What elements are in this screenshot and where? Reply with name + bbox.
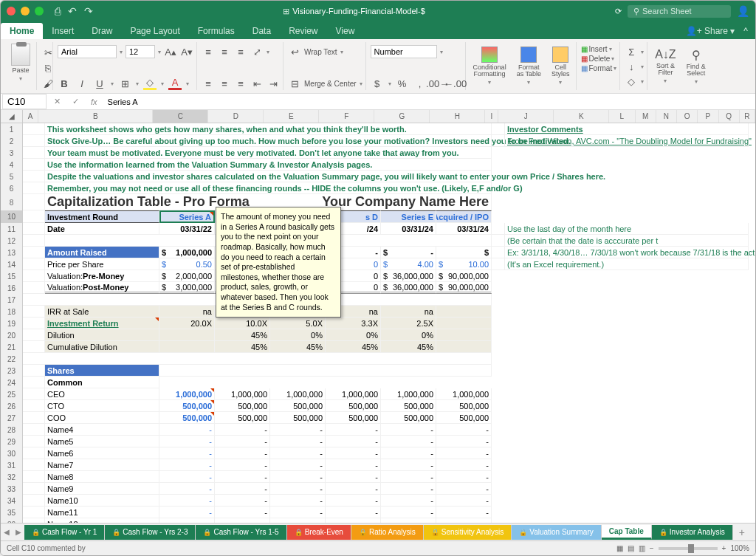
minimize-window[interactable] [21,7,30,16]
wrap-text-icon[interactable]: ↩ [288,45,301,58]
border-button[interactable]: ⊞ [118,77,131,90]
close-window[interactable] [7,7,16,16]
col-L[interactable]: L [609,110,635,123]
tab-data[interactable]: Data [244,23,280,39]
col-J[interactable]: J [498,110,554,123]
font-size[interactable] [126,45,155,58]
conditional-formatting[interactable]: Conditional Formatting▾ [470,45,509,87]
cancel-fx[interactable]: ✕ [48,97,66,106]
clear-icon[interactable]: ◇ [625,75,638,88]
col-F[interactable]: F [319,110,374,123]
copy-icon[interactable]: ⎘ [41,62,55,75]
align-bottom-icon[interactable]: ≡ [234,45,247,58]
name-box[interactable] [2,94,47,109]
tab-review[interactable]: Review [280,23,326,39]
decrease-indent-icon[interactable]: ⇤ [250,77,264,90]
fill-color-button[interactable]: ◇ [143,77,157,90]
col-D[interactable]: D [208,110,264,123]
number-format[interactable] [371,45,437,58]
cut-icon[interactable]: ✂ [41,47,55,59]
col-M[interactable]: M [636,110,656,123]
insert-cells[interactable]: ▦ Insert ▾ [581,45,617,53]
sheet-tab[interactable]: 🔒Cash Flow - Yr 1 [24,525,105,540]
decrease-decimal-icon[interactable]: ←.00 [449,77,462,90]
col-R[interactable]: R [740,110,755,123]
zoom-in[interactable]: + [722,544,726,552]
sheet-nav-first[interactable]: ◀ [1,528,13,536]
zoom-out[interactable]: − [650,544,654,552]
align-top-icon[interactable]: ≡ [202,45,215,58]
col-G[interactable]: G [374,110,430,123]
col-E[interactable]: E [264,110,319,123]
align-center-icon[interactable]: ≡ [218,77,231,90]
add-sheet[interactable]: + [733,526,751,538]
col-N[interactable]: N [656,110,677,123]
investment-return-link[interactable]: Investment Return [45,318,159,329]
tab-view[interactable]: View [327,23,364,39]
redo-icon[interactable]: ↷ [84,5,93,17]
currency-icon[interactable]: $ [371,77,384,90]
align-middle-icon[interactable]: ≡ [218,45,231,58]
font-color-button[interactable]: A [168,77,182,90]
cell-styles[interactable]: Cell Styles▾ [549,45,573,87]
tab-draw[interactable]: Draw [83,23,121,39]
col-B[interactable]: B [38,110,153,123]
formula-input[interactable]: Series A [103,96,755,108]
autosum-icon[interactable]: Σ [625,45,638,58]
tab-page-layout[interactable]: Page Layout [121,23,188,39]
col-C[interactable]: C [153,110,208,123]
tab-insert[interactable]: Insert [43,23,83,39]
merge-icon[interactable]: ⊟ [288,77,301,90]
sheet-tab[interactable]: 🔒Ratio Analysis [351,525,424,540]
sheet-tab[interactable]: 🔒Investor Analysis [652,525,733,540]
cell-C10[interactable]: Series A [159,210,215,223]
col-Q[interactable]: Q [719,110,740,123]
col-I[interactable]: I [485,110,498,123]
percent-icon[interactable]: % [396,77,409,90]
view-normal-icon[interactable]: ▦ [616,544,623,552]
comma-icon[interactable]: , [413,77,427,90]
fx-icon[interactable]: fx [85,97,103,106]
increase-decimal-icon[interactable]: .00→ [431,77,444,90]
decrease-font-icon[interactable]: A▾ [180,45,193,58]
undo-icon[interactable]: ↶ [68,5,77,17]
view-break-icon[interactable]: ▥ [639,544,645,552]
format-cells[interactable]: ▦ Format ▾ [581,64,617,72]
format-as-table[interactable]: Format as Table▾ [514,45,544,87]
collapse-ribbon[interactable]: ^ [743,26,748,36]
view-layout-icon[interactable]: ▤ [628,544,634,552]
tab-home[interactable]: Home [1,23,43,39]
paste-button[interactable]: Paste ▾ [8,42,33,83]
sheet-tab[interactable]: Cap Table [602,525,652,540]
search-input[interactable]: ⚲Search Sheet [628,5,731,18]
sheet-tab[interactable]: 🔒Cash Flow - Yrs 2-3 [105,525,196,540]
col-K[interactable]: K [554,110,609,123]
find-select[interactable]: ⚲Find & Select▾ [684,47,709,86]
col-P[interactable]: P [698,110,718,123]
align-left-icon[interactable]: ≡ [202,77,215,90]
select-all[interactable]: ◢ [1,110,23,123]
col-O[interactable]: O [677,110,698,123]
increase-font-icon[interactable]: A▴ [164,45,177,58]
underline-button[interactable]: U [93,77,106,90]
tab-formulas[interactable]: Formulas [189,23,244,39]
zoom-level[interactable]: 100% [730,544,749,552]
sheet-tab[interactable]: 🔒Cash Flow - Yrs 1-5 [196,525,286,540]
format-painter-icon[interactable]: 🖌 [41,78,55,90]
sort-filter[interactable]: A↓ZSort & Filter▾ [652,47,678,86]
confirm-fx[interactable]: ✓ [66,97,85,106]
italic-button[interactable]: I [75,77,89,90]
col-H[interactable]: H [430,110,485,123]
increase-indent-icon[interactable]: ⇥ [267,77,280,90]
delete-cells[interactable]: ▦ Delete ▾ [581,55,617,63]
sheet-nav-prev[interactable]: ▶ [13,528,24,536]
user-icon[interactable]: 👤 [737,5,749,17]
col-A[interactable]: A [23,110,38,123]
sheet-tab[interactable]: 🔒Valuation Summary [512,525,602,540]
maximize-window[interactable] [35,7,44,16]
font-select[interactable] [58,45,117,58]
spreadsheet-grid[interactable]: ◢ A B C D E F G H I J K L M N O P Q R 1T… [1,110,755,523]
history-icon[interactable]: ⟳ [615,7,622,16]
bold-button[interactable]: B [58,77,71,90]
zoom-slider[interactable] [659,547,718,550]
